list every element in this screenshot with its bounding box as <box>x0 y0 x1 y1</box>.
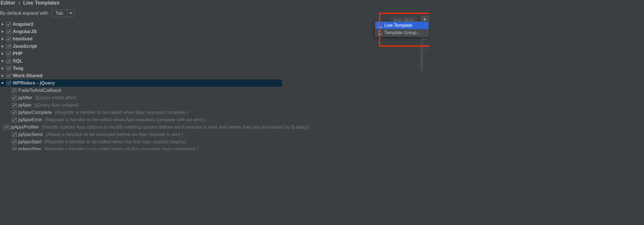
chevron-right-icon[interactable] <box>1 67 5 70</box>
breadcrumb-editor[interactable]: Editor <box>1 0 15 6</box>
popup-item[interactable]: 1. Live Template <box>375 22 428 29</box>
item-description: (Register a handler to be called when Aj… <box>55 110 188 115</box>
item-label: jqAjaxStop <box>18 146 41 150</box>
item-label: jqAjaxStart <box>18 139 42 145</box>
chevron-down-icon[interactable] <box>67 10 74 17</box>
tree-item[interactable]: jqAjaxStart(Register a handler to be cal… <box>0 138 282 146</box>
checkbox[interactable] <box>12 96 17 100</box>
checkbox[interactable] <box>6 51 11 56</box>
checkbox[interactable] <box>12 140 17 144</box>
expand-with-select[interactable]: Tab <box>51 9 74 17</box>
group-label: WPRiders - jQuery <box>13 80 55 86</box>
tree-item[interactable]: jqAfter(jQuery insert after) <box>0 94 282 101</box>
group-label: AngularJS <box>13 29 37 34</box>
group-label: SQL <box>13 58 23 64</box>
chevron-right-icon[interactable] <box>1 74 5 77</box>
checkbox[interactable] <box>6 81 11 86</box>
item-label: FadeToAndCallback <box>18 88 61 93</box>
item-description: (Handle custom Ajax options or modify ex… <box>42 124 309 130</box>
chevron-right-icon[interactable] <box>1 45 5 48</box>
group-label: Angular2 <box>13 21 34 27</box>
group-label: PHP <box>13 51 23 57</box>
checkbox[interactable] <box>12 132 17 137</box>
item-description: (Register a handler to be called when Aj… <box>45 117 206 123</box>
tree-group[interactable]: Angular2 <box>0 21 282 28</box>
checkbox[interactable] <box>4 125 9 130</box>
checkbox[interactable] <box>12 118 17 122</box>
chevron-right-icon[interactable] <box>1 60 5 62</box>
item-description: (Register a handler to be called when th… <box>44 139 186 145</box>
checkbox[interactable] <box>6 59 11 64</box>
item-label: jqAjaxProfiler <box>10 124 39 130</box>
breadcrumb: Editor › Live Templates <box>0 0 429 9</box>
tree-item[interactable]: FadeToAndCallback <box>0 87 282 94</box>
checkbox[interactable] <box>6 66 11 71</box>
group-label: JavaScript <box>13 44 37 49</box>
item-description: (Register a handler to be called when al… <box>44 146 198 150</box>
group-label: Twig <box>13 66 23 71</box>
popup-item[interactable]: 2. Template Group... <box>375 29 428 36</box>
tree-item[interactable]: jqAjaxComplete(Register a handler to be … <box>0 109 282 116</box>
checkbox[interactable] <box>6 37 11 42</box>
checkbox[interactable] <box>6 29 11 34</box>
item-description: (Attach a function to be executed before… <box>45 132 183 137</box>
chevron-down-icon[interactable] <box>1 82 5 85</box>
tree-group[interactable]: SQL <box>0 57 282 65</box>
tree-group[interactable]: Work-Shared <box>0 72 282 79</box>
tree-group[interactable]: html/xml <box>0 35 282 43</box>
template-tree[interactable]: Angular2AngularJShtml/xmlJavaScriptPHPSQ… <box>0 21 282 150</box>
item-label: jqAfter <box>18 95 32 101</box>
chevron-right-icon[interactable] <box>1 38 5 40</box>
checkbox[interactable] <box>6 73 11 78</box>
popup-item-number: 2. <box>378 30 382 35</box>
item-label: jqAjaxComplete <box>18 110 52 115</box>
item-description: (jQuery Ajax snippet) <box>34 102 79 108</box>
checkbox[interactable] <box>12 110 17 115</box>
popup-item-number: 1. <box>378 23 382 28</box>
add-popup: 1. Live Template2. Template Group... <box>375 21 429 37</box>
tree-item[interactable]: jqAjax(jQuery Ajax snippet) <box>0 101 282 109</box>
checkbox[interactable] <box>12 88 17 93</box>
expand-with-label: By default expand with <box>0 10 48 16</box>
chevron-right-icon: › <box>18 0 20 6</box>
tree-group[interactable]: AngularJS <box>0 28 282 35</box>
item-label: jqAjax <box>18 102 31 108</box>
tree-item[interactable]: jqAjaxSend(Attach a function to be execu… <box>0 131 282 138</box>
breadcrumb-live-templates: Live Templates <box>23 0 60 6</box>
group-label: html/xml <box>13 36 32 42</box>
tree-item[interactable]: jqAjaxError(Register a handler to be cal… <box>0 116 282 124</box>
tree-group[interactable]: JavaScript <box>0 43 282 50</box>
tree-item[interactable]: jqAjaxStop(Register a handler to be call… <box>0 146 282 150</box>
tree-item[interactable]: jqAjaxProfiler(Handle custom Ajax option… <box>0 124 282 131</box>
checkbox[interactable] <box>12 147 17 150</box>
checkbox[interactable] <box>6 44 11 49</box>
svg-rect-2 <box>423 47 427 50</box>
tree-group[interactable]: Twig <box>0 65 282 72</box>
tree-group[interactable]: PHP <box>0 50 282 57</box>
checkbox[interactable] <box>6 22 11 27</box>
expand-with-value: Tab <box>51 10 67 17</box>
item-label: jqAjaxSend <box>18 132 43 137</box>
popup-item-label: Live Template <box>383 23 412 28</box>
tree-group[interactable]: WPRiders - jQuery <box>0 79 282 87</box>
expand-with-row: By default expand with Tab <box>0 9 429 20</box>
chevron-right-icon[interactable] <box>1 30 5 33</box>
item-label: jqAjaxError <box>18 117 42 123</box>
group-label: Work-Shared <box>13 73 43 79</box>
popup-item-label: Template Group... <box>383 30 420 35</box>
item-description: (jQuery insert after) <box>35 95 76 101</box>
chevron-right-icon[interactable] <box>1 23 5 26</box>
checkbox[interactable] <box>12 103 17 108</box>
chevron-right-icon[interactable] <box>1 52 5 55</box>
